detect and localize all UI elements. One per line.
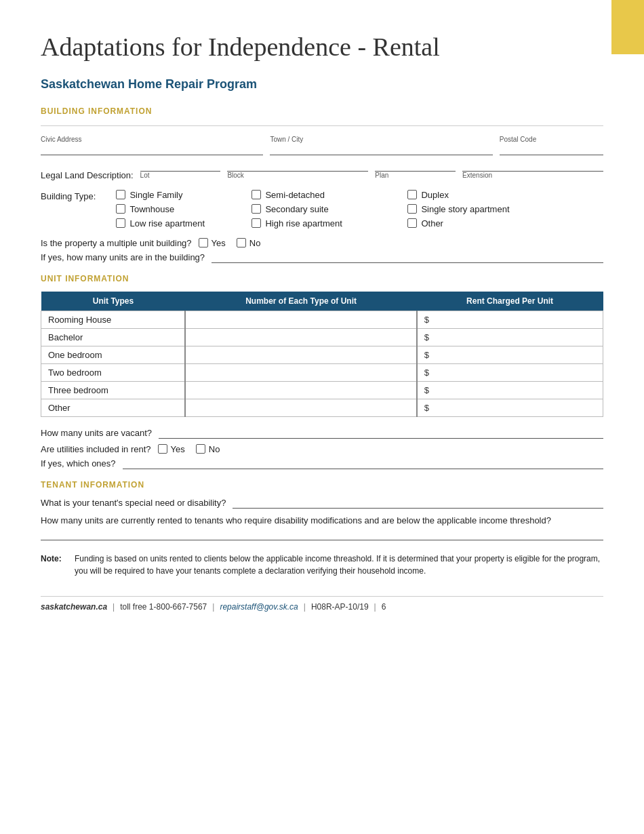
footer-form-number: H08R-AP-10/19 (311, 602, 369, 612)
checkbox-single-story-box[interactable] (407, 204, 417, 214)
divider-1 (41, 125, 603, 126)
checkbox-no-1[interactable] (237, 238, 246, 247)
accent-box (611, 0, 644, 54)
checkbox-single-story[interactable]: Single story apartment (407, 204, 557, 214)
address-row: Civic Address Town / City Postal Code (41, 136, 603, 155)
tenant-info-header: TENANT INFORMATION (41, 480, 603, 490)
unit-rent-cell[interactable]: $ (417, 311, 603, 328)
checkbox-semi-detached-box[interactable] (251, 190, 261, 199)
tenant-info-section: TENANT INFORMATION What is your tenant's… (41, 480, 603, 541)
footer-sep-2: | (212, 602, 214, 612)
table-row: Other $ (41, 399, 603, 416)
unit-info-section: UNIT INFORMATION Unit Types Number of Ea… (41, 274, 603, 469)
civic-address-line[interactable] (41, 144, 263, 155)
note-content: Funding is based on units rented to clie… (75, 553, 603, 577)
unit-type-cell: One bedroom (41, 346, 186, 363)
unit-rent-cell[interactable]: $ (417, 346, 603, 363)
block-label: Block (227, 172, 368, 179)
checkbox-yes-1[interactable] (199, 238, 208, 247)
disability-question: What is your tenant's special need or di… (41, 498, 226, 508)
which-ones-question: If yes, which ones? (41, 458, 116, 469)
unit-rent-cell[interactable]: $ (417, 363, 603, 381)
subtitle: Saskatchewan Home Repair Program (41, 77, 603, 92)
unit-rent-cell[interactable]: $ (417, 399, 603, 416)
vacant-row: How many units are vacant? (41, 428, 603, 439)
building-type-label: Building Type: (41, 190, 96, 201)
extension-label: Extension (462, 172, 603, 179)
checkbox-high-rise-box[interactable] (251, 218, 261, 228)
town-city-label: Town / City (270, 136, 492, 143)
extension-line[interactable] (462, 161, 603, 172)
checkbox-single-family[interactable]: Single Family (116, 190, 251, 200)
plan-field: Plan (375, 161, 456, 180)
disability-row: What is your tenant's special need or di… (41, 498, 603, 509)
checkbox-duplex-box[interactable] (407, 190, 417, 199)
block-field: Block (227, 161, 368, 180)
unit-number-cell[interactable] (185, 381, 416, 399)
checkbox-secondary-suite-box[interactable] (251, 204, 261, 214)
unit-number-cell[interactable] (185, 399, 416, 416)
checkbox-semi-detached-label: Semi-detached (265, 190, 324, 200)
unit-rent-cell[interactable]: $ (417, 381, 603, 399)
checkbox-other-building-label: Other (421, 218, 443, 229)
checkbox-townhouse-box[interactable] (116, 204, 125, 214)
unit-type-cell: Three bedroom (41, 381, 186, 399)
page-wrapper: Adaptations for Independence - Rental Sa… (0, 0, 644, 834)
footer: saskatchewan.ca | toll free 1-800-667-75… (41, 602, 603, 612)
footer-tollfree: toll free 1-800-667-7567 (120, 602, 207, 612)
which-ones-answer[interactable] (123, 458, 603, 469)
town-city-field: Town / City (270, 136, 492, 155)
checkbox-semi-detached[interactable]: Semi-detached (251, 190, 407, 200)
checkbox-high-rise-label: High rise apartment (265, 218, 342, 229)
yes-item-2[interactable]: Yes (158, 444, 185, 454)
checkbox-high-rise[interactable]: High rise apartment (251, 218, 407, 229)
checkbox-yes-2[interactable] (158, 444, 167, 454)
checkbox-no-2[interactable] (196, 444, 205, 454)
checkbox-secondary-suite[interactable]: Secondary suite (251, 204, 407, 214)
table-row: Three bedroom $ (41, 381, 603, 399)
lot-field: Lot (140, 161, 221, 180)
checkbox-duplex[interactable]: Duplex (407, 190, 557, 200)
rented-answer[interactable] (41, 530, 603, 540)
table-row: One bedroom $ (41, 346, 603, 363)
building-type-section: Building Type: Single Family Semi-detach… (41, 190, 603, 229)
yes-item-1[interactable]: Yes (199, 238, 226, 248)
how-many-question: If yes, how many units are in the buildi… (41, 252, 205, 262)
how-many-answer[interactable] (212, 252, 603, 263)
table-header-row: Unit Types Number of Each Type of Unit R… (41, 292, 603, 311)
lot-line[interactable] (140, 161, 221, 172)
checkbox-low-rise[interactable]: Low rise apartment (116, 218, 251, 229)
checkbox-low-rise-box[interactable] (116, 218, 125, 228)
unit-number-cell[interactable] (185, 346, 416, 363)
vacant-answer[interactable] (159, 428, 603, 439)
checkbox-townhouse-label: Townhouse (129, 204, 174, 214)
checkbox-low-rise-label: Low rise apartment (129, 218, 205, 229)
unit-info-header: UNIT INFORMATION (41, 274, 603, 283)
checkbox-duplex-label: Duplex (421, 190, 448, 200)
footer-sep-4: | (374, 602, 376, 612)
unit-rent-cell[interactable]: $ (417, 328, 603, 346)
postal-code-line[interactable] (500, 144, 603, 155)
disability-answer[interactable] (233, 498, 603, 509)
town-city-line[interactable] (270, 144, 492, 155)
unit-number-cell[interactable] (185, 363, 416, 381)
no-item-1[interactable]: No (237, 238, 261, 248)
unit-number-cell[interactable] (185, 311, 416, 328)
utilities-row: Are utilities included in rent? Yes No (41, 444, 603, 454)
checkbox-other-building[interactable]: Other (407, 218, 557, 229)
checkbox-townhouse[interactable]: Townhouse (116, 204, 251, 214)
no-item-2[interactable]: No (196, 444, 220, 454)
checkbox-other-building-box[interactable] (407, 218, 417, 228)
unit-type-cell: Bachelor (41, 328, 186, 346)
yes-no-group-1: Yes No (199, 238, 261, 248)
checkbox-single-family-box[interactable] (116, 190, 125, 199)
plan-line[interactable] (375, 161, 456, 172)
plan-label: Plan (375, 172, 456, 179)
note-label: Note: (41, 553, 69, 577)
unit-table: Unit Types Number of Each Type of Unit R… (41, 292, 603, 417)
footer-email: repairstaff@gov.sk.ca (220, 602, 298, 612)
civic-address-label: Civic Address (41, 136, 263, 143)
unit-number-cell[interactable] (185, 328, 416, 346)
checkbox-secondary-suite-label: Secondary suite (265, 204, 328, 214)
block-line[interactable] (227, 161, 368, 172)
